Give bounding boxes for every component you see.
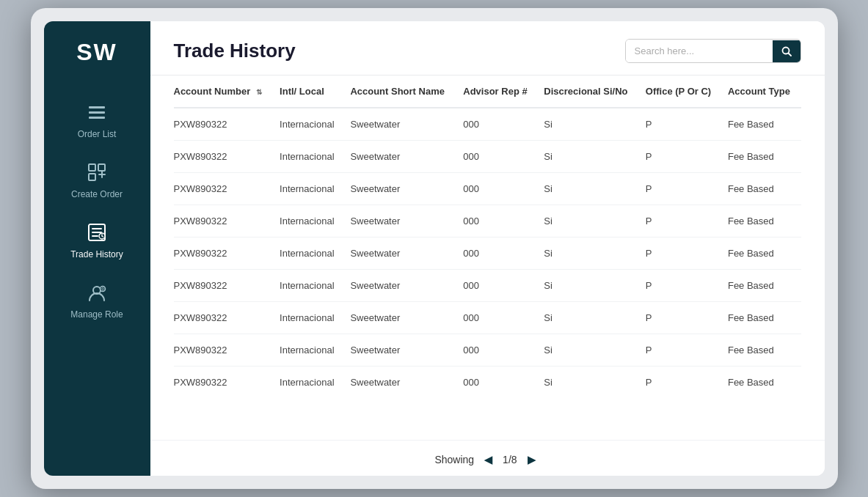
svg-rect-0: [89, 106, 105, 108]
cell-intl-local: Internacional: [274, 108, 344, 141]
cell-advisor-rep: 000: [457, 238, 538, 270]
showing-label: Showing: [434, 454, 474, 465]
table-row: PXW890322 Internacional Sweetwater 000 S…: [174, 108, 801, 141]
cell-short-name: Sweetwater: [344, 367, 457, 399]
sidebar-item-label: Create Order: [71, 189, 123, 199]
main-content: Trade History: [150, 21, 825, 476]
cell-account-type: Fee Based: [722, 173, 801, 205]
cell-account-type: Fee Based: [722, 302, 801, 334]
sidebar-item-trade-history[interactable]: Trade History: [44, 211, 150, 268]
cell-advisor-rep: 000: [457, 270, 538, 302]
cell-short-name: Sweetwater: [344, 173, 457, 205]
device-frame: SW Order List: [31, 8, 838, 489]
cell-intl-local: Internacional: [274, 173, 344, 205]
svg-rect-1: [89, 111, 105, 114]
cell-office: P: [640, 173, 722, 205]
sidebar-item-manage-role[interactable]: Manage Role: [44, 271, 150, 328]
cell-intl-local: Internacional: [274, 334, 344, 367]
pagination: Showing ◀ 1/8 ▶: [150, 440, 825, 476]
cell-advisor-rep: 000: [457, 108, 538, 141]
cell-intl-local: Internacional: [274, 141, 344, 173]
cell-intl-local: Internacional: [274, 302, 344, 334]
cell-account-number: PXW890322: [174, 173, 274, 205]
sidebar-item-order-list[interactable]: Order List: [44, 92, 150, 148]
cell-advisor-rep: 000: [457, 367, 538, 399]
cell-account-type: Fee Based: [722, 238, 801, 270]
page-title: Trade History: [174, 40, 296, 62]
manage-role-icon: [87, 283, 107, 305]
cell-short-name: Sweetwater: [344, 205, 457, 238]
cell-intl-local: Internacional: [274, 205, 344, 238]
cell-account-number: PXW890322: [174, 238, 274, 270]
sort-icon: ⇅: [256, 88, 262, 96]
cell-account-number: PXW890322: [174, 367, 274, 399]
col-account-number[interactable]: Account Number ⇅: [174, 76, 274, 108]
search-box: [625, 39, 801, 63]
cell-office: P: [640, 367, 722, 399]
cell-advisor-rep: 000: [457, 173, 538, 205]
list-icon: [87, 104, 106, 125]
search-input[interactable]: [626, 40, 773, 62]
svg-line-22: [788, 53, 791, 56]
search-button[interactable]: [773, 40, 800, 62]
cell-discrecional: Si: [538, 205, 640, 238]
trade-history-table: Account Number ⇅ Intl/ Local Account Sho…: [174, 76, 801, 398]
col-intl-local: Intl/ Local: [274, 76, 344, 108]
cell-short-name: Sweetwater: [344, 238, 457, 270]
sidebar-item-create-order[interactable]: Create Order: [44, 151, 150, 208]
cell-advisor-rep: 000: [457, 334, 538, 367]
cell-short-name: Sweetwater: [344, 108, 457, 141]
cell-office: P: [640, 302, 722, 334]
cell-intl-local: Internacional: [274, 367, 344, 399]
cell-discrecional: Si: [538, 173, 640, 205]
cell-office: P: [640, 108, 722, 141]
trade-history-icon: [87, 223, 106, 245]
sidebar-item-label: Order List: [78, 129, 117, 139]
cell-discrecional: Si: [538, 238, 640, 270]
table-row: PXW890322 Internacional Sweetwater 000 S…: [174, 238, 801, 270]
col-office: Office (P Or C): [640, 76, 722, 108]
col-account-short-name: Account Short Name: [344, 76, 457, 108]
cell-discrecional: Si: [538, 302, 640, 334]
table-row: PXW890322 Internacional Sweetwater 000 S…: [174, 367, 801, 399]
prev-page-button[interactable]: ◀: [480, 452, 497, 467]
cell-account-number: PXW890322: [174, 108, 274, 141]
sidebar: SW Order List: [44, 21, 150, 476]
cell-discrecional: Si: [538, 270, 640, 302]
cell-office: P: [640, 205, 722, 238]
cell-account-type: Fee Based: [722, 141, 801, 173]
page-display: 1/8: [503, 454, 517, 465]
cell-account-type: Fee Based: [722, 108, 801, 141]
col-advisor-rep: Advisor Rep #: [457, 76, 538, 108]
grid-icon: [87, 163, 106, 185]
svg-rect-10: [92, 232, 102, 233]
col-discrecional: Discrecional Si/No: [538, 76, 640, 108]
cell-short-name: Sweetwater: [344, 334, 457, 367]
table-row: PXW890322 Internacional Sweetwater 000 S…: [174, 205, 801, 238]
table-header-row: Account Number ⇅ Intl/ Local Account Sho…: [174, 76, 801, 108]
cell-advisor-rep: 000: [457, 141, 538, 173]
cell-short-name: Sweetwater: [344, 270, 457, 302]
sidebar-item-label: Trade History: [70, 249, 123, 259]
svg-rect-5: [89, 174, 95, 180]
cell-advisor-rep: 000: [457, 205, 538, 238]
next-page-button[interactable]: ▶: [523, 452, 540, 467]
cell-account-type: Fee Based: [722, 270, 801, 302]
sidebar-item-label: Manage Role: [70, 309, 123, 320]
table-row: PXW890322 Internacional Sweetwater 000 S…: [174, 141, 801, 173]
cell-short-name: Sweetwater: [344, 302, 457, 334]
cell-office: P: [640, 334, 722, 367]
svg-rect-2: [89, 117, 105, 119]
svg-rect-3: [89, 164, 95, 171]
cell-account-number: PXW890322: [174, 302, 274, 334]
cell-office: P: [640, 238, 722, 270]
cell-account-number: PXW890322: [174, 334, 274, 367]
cell-account-number: PXW890322: [174, 205, 274, 238]
cell-intl-local: Internacional: [274, 270, 344, 302]
cell-discrecional: Si: [538, 108, 640, 141]
svg-rect-4: [98, 164, 105, 171]
svg-rect-9: [92, 228, 102, 229]
cell-discrecional: Si: [538, 334, 640, 367]
cell-advisor-rep: 000: [457, 302, 538, 334]
table-row: PXW890322 Internacional Sweetwater 000 S…: [174, 173, 801, 205]
